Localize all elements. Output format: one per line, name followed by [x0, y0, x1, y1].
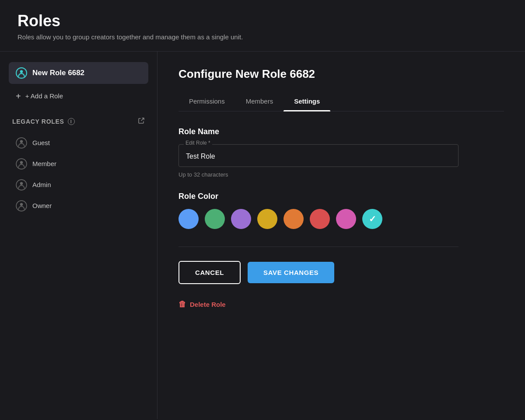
- color-swatch-teal[interactable]: [362, 209, 382, 229]
- admin-icon: [16, 179, 27, 191]
- legacy-section-title: Legacy Roles: [12, 118, 64, 125]
- tab-permissions[interactable]: Permissions: [178, 93, 235, 111]
- sidebar-item-member[interactable]: Member: [9, 154, 148, 174]
- admin-label: Admin: [32, 181, 51, 188]
- member-label: Member: [32, 160, 56, 167]
- guest-icon: [16, 137, 27, 149]
- add-role-label: + Add a Role: [25, 92, 63, 100]
- color-swatches: [178, 209, 504, 229]
- info-icon[interactable]: i: [68, 118, 75, 125]
- member-icon: [16, 158, 27, 170]
- role-name-section: Role Name Edit Role * Up to 32 character…: [178, 127, 504, 178]
- color-swatch-pink[interactable]: [336, 209, 356, 229]
- color-swatch-blue[interactable]: [178, 209, 199, 229]
- page-title: Roles: [18, 12, 508, 30]
- plus-icon: +: [16, 92, 21, 101]
- cancel-button[interactable]: CANCEL: [178, 261, 241, 284]
- svg-point-1: [20, 70, 23, 73]
- buttons-row: CANCEL SAVE CHANGES: [178, 261, 504, 284]
- edit-role-input[interactable]: [178, 144, 458, 167]
- tabs-bar: Permissions Members Settings: [178, 93, 504, 111]
- sidebar-active-role[interactable]: New Role 6682: [9, 62, 148, 84]
- configure-title: Configure New Role 6682: [178, 67, 504, 81]
- save-changes-button[interactable]: SAVE CHANGES: [248, 262, 334, 283]
- color-swatch-purple[interactable]: [231, 209, 251, 229]
- edit-role-wrapper: Edit Role *: [178, 144, 504, 167]
- delete-role-button[interactable]: 🗑 Delete Role: [178, 300, 504, 309]
- color-swatch-yellow[interactable]: [257, 209, 277, 229]
- input-hint: Up to 32 characters: [178, 171, 504, 178]
- role-icon: [16, 67, 27, 79]
- sidebar-role-name: New Role 6682: [32, 69, 84, 77]
- sidebar: New Role 6682 + + Add a Role Legacy Role…: [0, 52, 158, 419]
- color-swatch-orange[interactable]: [284, 209, 304, 229]
- page-header: Roles Roles allow you to group creators …: [0, 0, 525, 52]
- role-color-title: Role Color: [178, 192, 504, 201]
- svg-point-3: [20, 140, 23, 143]
- tab-settings[interactable]: Settings: [284, 93, 330, 111]
- guest-label: Guest: [32, 139, 50, 146]
- owner-label: Owner: [32, 202, 52, 209]
- svg-point-7: [20, 182, 23, 185]
- main-layout: New Role 6682 + + Add a Role Legacy Role…: [0, 52, 525, 419]
- legacy-header: Legacy Roles i: [9, 117, 148, 126]
- color-swatch-red[interactable]: [310, 209, 330, 229]
- sidebar-item-owner[interactable]: Owner: [9, 196, 148, 216]
- external-link-icon[interactable]: [138, 117, 145, 126]
- sidebar-item-admin[interactable]: Admin: [9, 175, 148, 195]
- svg-point-5: [20, 161, 23, 164]
- svg-point-9: [20, 203, 23, 206]
- divider: [178, 246, 458, 247]
- sidebar-item-guest[interactable]: Guest: [9, 133, 148, 153]
- page-subtitle: Roles allow you to group creators togeth…: [18, 33, 508, 41]
- role-name-title: Role Name: [178, 127, 504, 136]
- delete-role-label: Delete Role: [190, 301, 226, 308]
- add-role-button[interactable]: + + Add a Role: [9, 87, 148, 105]
- edit-role-label: Edit Role *: [184, 140, 212, 146]
- tab-members[interactable]: Members: [235, 93, 284, 111]
- trash-icon: 🗑: [178, 300, 186, 309]
- role-color-section: Role Color: [178, 192, 504, 229]
- color-swatch-green[interactable]: [205, 209, 225, 229]
- content-area: Configure New Role 6682 Permissions Memb…: [158, 52, 525, 419]
- owner-icon: [16, 200, 27, 212]
